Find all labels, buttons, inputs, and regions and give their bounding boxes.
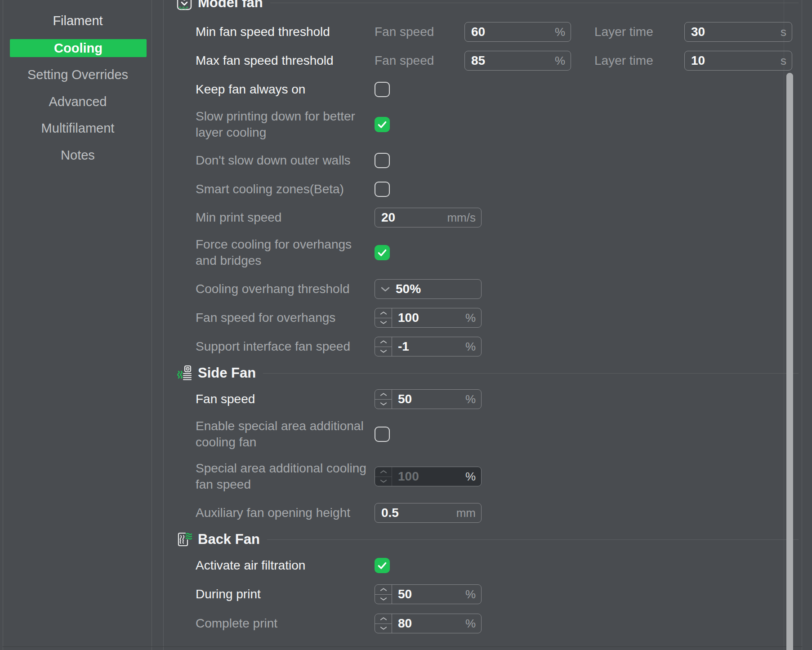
sidebar-item-filament[interactable]: Filament [4,12,152,30]
input-value: 60 [465,25,555,39]
stepper-down-button[interactable] [375,477,392,486]
setting-label: Max fan speed threshold [196,53,375,69]
stepper-buttons [375,467,392,486]
back-fan-icon [176,531,192,548]
side-fan-speed-stepper[interactable]: 50 % [375,389,482,409]
setting-row: Slow printing down for better layer cool… [196,104,390,145]
setting-row: Fan speed for overhangs 100 % [196,303,482,332]
input-unit: % [465,617,481,631]
sub-label-fan-speed: Fan speed [375,53,464,68]
chevron-up-icon [380,340,387,344]
stepper-down-button[interactable] [375,318,392,328]
setting-label: Force cooling for overhangs and bridges [196,236,375,269]
stepper-up-button[interactable] [375,585,392,595]
setting-row: Special area additional cooling fan spee… [196,456,482,497]
max-layer-time-input[interactable]: 10 s [684,51,792,71]
input-value: 100 [392,311,465,325]
stepper-buttons [375,308,392,327]
stepper-buttons [375,585,392,604]
chevron-down-icon [380,626,387,630]
sub-label-fan-speed: Fan speed [375,25,464,39]
setting-row: Activate air filtration [196,551,390,580]
activate-air-filtration-checkbox[interactable] [375,558,390,573]
stepper-down-button[interactable] [375,347,392,356]
stepper-down-button[interactable] [375,595,392,604]
setting-row: During print 50 % [196,580,482,609]
keep-fan-always-on-checkbox[interactable] [375,82,390,97]
special-area-fan-speed-stepper[interactable]: 100 % [375,467,482,486]
setting-row: Auxiliary fan opening height 0.5 mm [196,499,482,527]
input-unit: mm/s [447,211,481,225]
setting-label: Enable special area additional cooling f… [196,418,375,450]
stepper-up-button[interactable] [375,467,392,477]
section-header-model-fan: Model fan [176,0,799,12]
input-value: 85 [465,53,555,68]
stepper-down-button[interactable] [375,624,392,633]
stepper-up-button[interactable] [375,337,392,347]
input-unit: % [465,470,481,484]
setting-label: Don't slow down outer walls [196,152,375,169]
input-value: 20 [375,210,447,225]
setting-label: Smart cooling zones(Beta) [196,181,375,197]
setting-row: Keep fan always on [196,75,390,104]
check-icon [376,247,388,258]
section-title: Model fan [198,0,263,11]
fan-speed-overhangs-stepper[interactable]: 100 % [375,308,482,328]
stepper-up-button[interactable] [375,390,392,400]
setting-label: Activate air filtration [196,557,375,574]
setting-label: Slow printing down for better layer cool… [196,108,375,141]
scroll-area-border [784,0,784,650]
setting-row: Support interface fan speed -1 % [196,332,482,361]
stepper-down-button[interactable] [375,400,392,409]
vertical-scrollbar[interactable] [786,73,793,650]
force-cooling-overhangs-checkbox[interactable] [375,245,390,260]
chevron-up-icon [380,311,387,315]
input-unit: % [465,392,481,406]
input-value: 80 [392,616,465,631]
support-interface-fan-speed-stepper[interactable]: -1 % [375,337,482,356]
content-right-border [802,0,802,650]
sidebar-item-advanced[interactable]: Advanced [4,93,152,111]
chevron-up-icon [380,470,387,474]
window-left-border [3,0,3,650]
min-print-speed-input[interactable]: 20 mm/s [375,208,482,227]
smart-cooling-zones-checkbox[interactable] [375,182,390,197]
setting-row: Complete print 80 % [196,609,482,638]
auxiliary-fan-opening-height-input[interactable]: 0.5 mm [375,503,482,523]
input-unit: % [555,54,571,68]
sidebar-item-notes[interactable]: Notes [4,146,152,164]
max-fan-speed-input[interactable]: 85 % [464,51,571,71]
enable-special-area-fan-checkbox[interactable] [375,427,390,442]
sidebar-item-cooling[interactable]: Cooling [10,39,147,57]
chevron-down-icon [381,287,390,292]
sidebar-item-setting-overrides[interactable]: Setting Overrides [4,66,152,84]
input-value: 30 [685,25,781,39]
sub-label-layer-time: Layer time [594,25,684,39]
complete-print-fan-stepper[interactable]: 80 % [375,614,482,633]
input-value: -1 [392,339,465,354]
stepper-buttons [375,614,392,633]
sidebar-item-multifilament[interactable]: Multifilament [4,119,152,137]
dont-slow-outer-walls-checkbox[interactable] [375,153,390,168]
slow-printing-down-checkbox[interactable] [375,117,390,132]
section-header-back-fan: Back Fan [176,530,799,548]
during-print-fan-stepper[interactable]: 50 % [375,584,482,604]
stepper-up-button[interactable] [375,614,392,624]
setting-label: Complete print [196,615,375,632]
input-unit: s [781,25,792,39]
input-unit: % [465,311,481,325]
setting-label: Cooling overhang threshold [196,281,375,297]
setting-label: Keep fan always on [196,81,375,98]
chevron-down-icon [380,321,387,325]
min-fan-speed-input[interactable]: 60 % [464,22,571,42]
chevron-down-icon [380,479,387,483]
setting-row: Min fan speed threshold Fan speed 60 % L… [196,18,792,46]
setting-row: Smart cooling zones(Beta) [196,175,390,204]
setting-label: Fan speed for overhangs [196,310,375,326]
setting-row: Cooling overhang threshold 50% [196,275,482,303]
input-value: 100 [392,469,465,484]
cooling-overhang-threshold-dropdown[interactable]: 50% [375,279,482,299]
input-unit: s [781,54,792,68]
min-layer-time-input[interactable]: 30 s [684,22,792,42]
stepper-up-button[interactable] [375,308,392,318]
